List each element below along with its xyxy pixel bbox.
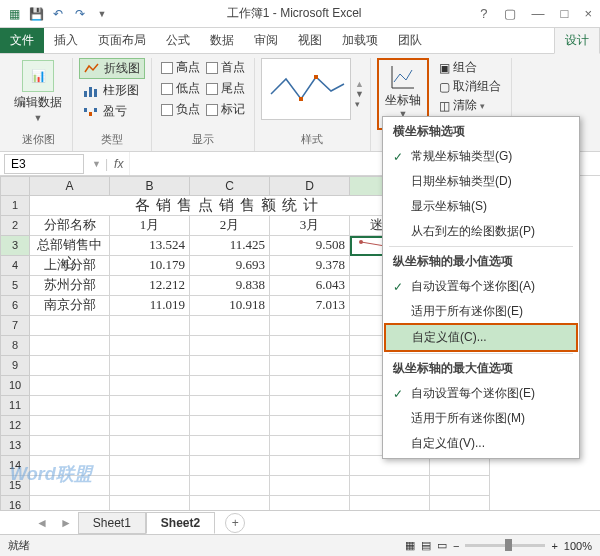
col-header[interactable]: D (270, 176, 350, 196)
cell[interactable]: 南京分部 (30, 296, 110, 316)
show-last[interactable]: 尾点 (203, 79, 248, 98)
sheet-nav-next-icon[interactable]: ► (54, 516, 78, 530)
cell[interactable]: 9.838 (190, 276, 270, 296)
view-pagebreak-icon[interactable]: ▭ (437, 539, 447, 552)
col-header[interactable]: B (110, 176, 190, 196)
row-header[interactable]: 12 (0, 416, 30, 436)
tab-team[interactable]: 团队 (388, 28, 432, 53)
cell[interactable]: 11.019 (110, 296, 190, 316)
cell[interactable]: 9.508 (270, 236, 350, 256)
row-header[interactable]: 8 (0, 336, 30, 356)
select-all[interactable] (0, 176, 30, 196)
cell[interactable]: 3月 (270, 216, 350, 236)
qat-dropdown-icon[interactable]: ▼ (92, 4, 112, 24)
gallery-more-icon[interactable]: ▾ (355, 99, 364, 109)
cell[interactable]: 9.378 (270, 256, 350, 276)
row-header[interactable]: 4 (0, 256, 30, 276)
zoom-in-icon[interactable]: + (551, 540, 557, 552)
cell[interactable]: 10.918 (190, 296, 270, 316)
row-header[interactable]: 11 (0, 396, 30, 416)
cell[interactable]: 1月 (110, 216, 190, 236)
type-line-button[interactable]: 折线图 (79, 58, 145, 79)
tab-data[interactable]: 数据 (200, 28, 244, 53)
cell[interactable]: 7.013 (270, 296, 350, 316)
row-header[interactable]: 5 (0, 276, 30, 296)
row-header[interactable]: 9 (0, 356, 30, 376)
gallery-up-icon[interactable]: ▲ (355, 79, 364, 89)
save-icon[interactable]: 💾 (26, 4, 46, 24)
menu-item-max-auto-each[interactable]: 自动设置每个迷你图(E) (385, 381, 577, 406)
tab-file[interactable]: 文件 (0, 28, 44, 53)
tab-design[interactable]: 设计 (554, 27, 600, 54)
namebox-dropdown-icon[interactable]: ▼ (88, 159, 105, 169)
zoom-slider[interactable] (465, 544, 545, 547)
undo-icon[interactable]: ↶ (48, 4, 68, 24)
show-first[interactable]: 首点 (203, 58, 248, 77)
title-cell[interactable]: 各销售点销售额统计 (30, 196, 430, 216)
maximize-icon[interactable]: □ (557, 6, 573, 21)
row-header[interactable]: 15 (0, 476, 30, 496)
fx-icon[interactable]: fx (108, 157, 129, 171)
group-button[interactable]: ▣组合 (435, 58, 505, 77)
cell[interactable]: 2月 (190, 216, 270, 236)
cell[interactable]: 10.179 (110, 256, 190, 276)
col-header[interactable]: C (190, 176, 270, 196)
sheet-tab-active[interactable]: Sheet2 (146, 512, 215, 534)
tab-insert[interactable]: 插入 (44, 28, 88, 53)
sheet-nav-prev-icon[interactable]: ◄ (30, 516, 54, 530)
help-icon[interactable]: ? (476, 6, 491, 21)
show-high[interactable]: 高点 (158, 58, 203, 77)
cell[interactable]: 苏州分部 (30, 276, 110, 296)
type-winloss-button[interactable]: 盈亏 (79, 102, 145, 121)
cell[interactable]: 13.524 (110, 236, 190, 256)
menu-item-min-auto-each[interactable]: 自动设置每个迷你图(A) (385, 274, 577, 299)
redo-icon[interactable]: ↷ (70, 4, 90, 24)
menu-item-max-custom[interactable]: 自定义值(V)... (385, 431, 577, 456)
row-header[interactable]: 13 (0, 436, 30, 456)
menu-item-rtl-plot[interactable]: 从右到左的绘图数据(P) (385, 219, 577, 244)
ribbon-collapse-icon[interactable]: ▢ (500, 6, 520, 21)
clear-button[interactable]: ◫清除▾ (435, 96, 505, 115)
menu-item-max-all[interactable]: 适用于所有迷你图(M) (385, 406, 577, 431)
cell[interactable]: 9.693 (190, 256, 270, 276)
menu-item-show-axis[interactable]: 显示坐标轴(S) (385, 194, 577, 219)
row-header[interactable]: 14 (0, 456, 30, 476)
cell[interactable]: 分部名称 (30, 216, 110, 236)
show-markers[interactable]: 标记 (203, 100, 248, 119)
view-layout-icon[interactable]: ▤ (421, 539, 431, 552)
gallery-down-icon[interactable]: ▼ (355, 89, 364, 99)
view-normal-icon[interactable]: ▦ (405, 539, 415, 552)
menu-item-date-axis[interactable]: 日期坐标轴类型(D) (385, 169, 577, 194)
minimize-icon[interactable]: — (528, 6, 549, 21)
tab-addin[interactable]: 加载项 (332, 28, 388, 53)
name-box[interactable] (4, 154, 84, 174)
add-sheet-button[interactable]: + (225, 513, 245, 533)
cell[interactable]: 上海分部 (30, 256, 110, 276)
tab-layout[interactable]: 页面布局 (88, 28, 156, 53)
row-header[interactable]: 10 (0, 376, 30, 396)
cell[interactable]: 6.043 (270, 276, 350, 296)
row-header[interactable]: 3 (0, 236, 30, 256)
row-header[interactable]: 2 (0, 216, 30, 236)
row-header[interactable]: 6 (0, 296, 30, 316)
tab-formula[interactable]: 公式 (156, 28, 200, 53)
cell[interactable]: 总部销售中心 (30, 236, 110, 256)
cell[interactable]: 12.212 (110, 276, 190, 296)
zoom-level[interactable]: 100% (564, 540, 592, 552)
edit-data-button[interactable]: 📊 编辑数据 ▼ (10, 58, 66, 130)
cell[interactable]: 11.425 (190, 236, 270, 256)
zoom-out-icon[interactable]: − (453, 540, 459, 552)
menu-item-min-custom[interactable]: 自定义值(C)... (384, 323, 578, 352)
style-gallery[interactable] (261, 58, 351, 120)
tab-view[interactable]: 视图 (288, 28, 332, 53)
tab-review[interactable]: 审阅 (244, 28, 288, 53)
ungroup-button[interactable]: ▢取消组合 (435, 77, 505, 96)
show-neg[interactable]: 负点 (158, 100, 203, 119)
menu-item-general-axis[interactable]: 常规坐标轴类型(G) (385, 144, 577, 169)
show-low[interactable]: 低点 (158, 79, 203, 98)
menu-item-min-all[interactable]: 适用于所有迷你图(E) (385, 299, 577, 324)
close-icon[interactable]: × (580, 6, 596, 21)
sheet-tab[interactable]: Sheet1 (78, 512, 146, 534)
col-header[interactable]: A (30, 176, 110, 196)
type-column-button[interactable]: 柱形图 (79, 81, 145, 100)
